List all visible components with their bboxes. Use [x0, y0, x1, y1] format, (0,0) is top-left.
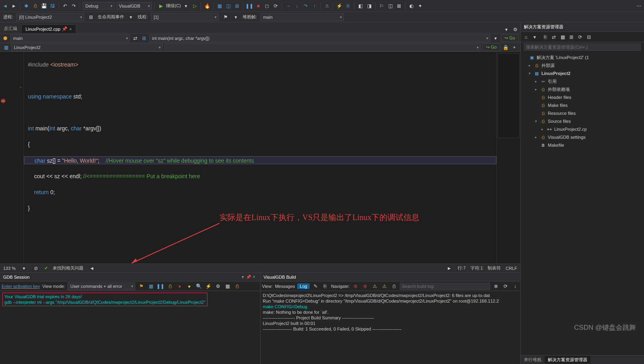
gdb-tb-a[interactable]: ⚑ [138, 283, 145, 290]
sol-tab-parallel[interactable]: 并行堆栈 [521, 356, 545, 364]
tb-icon-b[interactable]: ◫ [225, 2, 232, 10]
pause-icon[interactable]: ❚❚ [246, 2, 253, 10]
stop-icon[interactable]: ■ [255, 2, 262, 10]
build-tb-f[interactable]: ↓ [512, 283, 519, 290]
sol-sync-icon[interactable]: ⇄ [550, 33, 557, 41]
sol-tb-d[interactable]: ⊞ [568, 33, 575, 41]
gdb-tb-f[interactable]: ⚡ [205, 283, 212, 290]
sol-tb-b[interactable]: ⎘ [541, 33, 549, 41]
panel-dropdown-icon[interactable]: ▾ [240, 274, 246, 280]
tb-icon-f[interactable]: ⎘ [344, 2, 352, 10]
swap-icon[interactable]: ⇄ [132, 35, 139, 42]
thread-combo[interactable]: [1] [151, 13, 219, 21]
build-tb-d[interactable]: ⊗ [492, 283, 500, 290]
tb-icon-l[interactable]: ✦ [417, 2, 424, 10]
bc-go-button[interactable]: ↪ Go [482, 43, 500, 51]
tree-source-file[interactable]: ▸++LinuxProject2.cp [521, 125, 644, 133]
gdb-tb-b[interactable]: ▦ [147, 283, 154, 290]
func-combo[interactable]: int main(int argc, char *argv[]) [149, 34, 490, 42]
eol-indicator[interactable]: CRLF [506, 266, 517, 271]
sol-tb-c[interactable]: ▦ [559, 33, 566, 41]
build-tb-a[interactable]: ✎ [312, 283, 319, 290]
lifecycle-icon[interactable]: ⊞ [87, 14, 95, 21]
build-search-input[interactable] [400, 283, 490, 290]
platform-combo[interactable]: VisualGDB [116, 2, 152, 10]
build-tb-c[interactable]: ⎙ [390, 283, 397, 290]
nav-dropdown-icon[interactable]: ▾ [492, 35, 499, 42]
solution-tree[interactable]: ▣解决方案 'LinuxProject2' (1 ▸⎙外部源 ▾▦LinuxPr… [521, 52, 644, 355]
bc-project-combo[interactable]: LinuxProject2 [11, 43, 163, 51]
gdb-tb-h[interactable]: ⎙ [233, 283, 241, 290]
fold-icon[interactable]: ⌄ [19, 85, 22, 89]
continue-dropdown-icon[interactable]: ▾ [182, 2, 190, 10]
gdb-gear-icon[interactable]: ⚙ [214, 283, 221, 290]
nav-fwd-icon[interactable]: ► [10, 2, 18, 10]
continue-label[interactable]: 继续(C) [166, 3, 181, 9]
scope-combo[interactable]: main [10, 34, 130, 42]
line-indicator[interactable]: 行:7 [458, 265, 466, 271]
build-log-btn[interactable]: Log [297, 283, 309, 289]
health-icon[interactable]: ⊘ [32, 265, 40, 272]
scroll-right-icon[interactable]: ► [446, 265, 453, 272]
minimap[interactable] [496, 52, 520, 264]
new-icon[interactable]: ✱ [23, 2, 30, 10]
tree-source[interactable]: ▾⎙Source files [521, 117, 644, 125]
config-combo[interactable]: Debug [83, 2, 115, 10]
tree-ext-src[interactable]: ▸⎙外部源 [521, 61, 644, 69]
tree-make[interactable]: ⎙Make files [521, 101, 644, 109]
solution-search-input[interactable] [524, 43, 641, 51]
zoom-level[interactable]: 133 % [3, 266, 16, 271]
tb-icon-i[interactable]: ◫ [387, 2, 394, 10]
save-icon[interactable]: 💾 [40, 2, 47, 10]
run-nodbg-icon[interactable]: ▷ [191, 2, 198, 10]
sol-home-icon[interactable]: ⌂ [522, 33, 529, 41]
viewmode-combo[interactable]: User commands + all error [67, 282, 135, 290]
tb-icon-e[interactable]: ⚡ [336, 2, 343, 10]
build-err-icon[interactable]: ⊗ [352, 283, 359, 290]
bc-lock-icon[interactable]: 🔒 [502, 44, 509, 51]
build-err2-icon[interactable]: ⊗ [362, 283, 369, 290]
saveall-icon[interactable]: 🖫 [49, 2, 56, 10]
tree-solution-root[interactable]: ▣解决方案 'LinuxProject2' (1 [521, 53, 644, 61]
tree-headers[interactable]: ⎙Header files [521, 93, 644, 101]
gdb-tb-d[interactable]: ● [176, 283, 183, 290]
stackframe-combo[interactable]: main [260, 13, 344, 21]
scroll-left-icon[interactable]: ◄ [88, 265, 95, 272]
bc-plus-icon[interactable]: + [511, 44, 518, 51]
restart-icon[interactable]: ⟳ [272, 2, 279, 10]
build-tb-b[interactable]: ⎘ [322, 283, 329, 290]
bc-path-combo[interactable] [164, 43, 481, 51]
panel-pin-icon[interactable]: 📌 [246, 274, 251, 280]
gdb-tb-e[interactable]: ● [186, 283, 193, 290]
pin-icon[interactable]: 📌 [62, 26, 67, 31]
sol-tab-explorer[interactable]: 解决方案资源管理器 [545, 356, 591, 364]
step-into-icon[interactable]: ↓ [293, 2, 300, 10]
zoom-dropdown-icon[interactable]: ▾ [20, 265, 28, 272]
step-over-icon[interactable]: ↷ [302, 2, 309, 10]
code-content[interactable]: #include <iostream> using namespace std;… [24, 52, 496, 264]
tb-icon-j[interactable]: ⊠ [395, 2, 403, 10]
go-button[interactable]: ↪ Go [501, 34, 519, 42]
gdb-tb-g[interactable]: ▦ [224, 283, 231, 290]
tree-references[interactable]: ▸▫▫引用 [521, 77, 644, 85]
gdb-pause-icon[interactable]: ❚❚ [157, 283, 164, 290]
thread-flag-icon[interactable]: ⚑ [222, 14, 229, 21]
thread-opt-icon[interactable]: ▾ [232, 14, 239, 21]
tab-file[interactable]: LinuxProject2.cpp📌× [21, 24, 76, 33]
close-icon[interactable]: × [69, 27, 71, 31]
tb-icon-d[interactable]: ⎍ [323, 2, 330, 10]
break-all-icon[interactable]: ◻ [263, 2, 271, 10]
build-warn2-icon[interactable]: ⚠ [381, 283, 388, 290]
nav-back-icon[interactable]: ◄ [2, 2, 9, 10]
build-output[interactable]: D:\QtCodes\mwproject2\LinuxProject2 => /… [261, 291, 521, 364]
tb-icon-c[interactable]: ⊞ [233, 2, 241, 10]
bookmark-icon[interactable]: ⚐ [378, 2, 385, 10]
gdb-search-icon[interactable]: 🔍 [195, 283, 202, 290]
editor-gutter[interactable]: ➡ ⌄ [0, 52, 24, 264]
code-editor[interactable]: ➡ ⌄ #include <iostream> using namespace … [0, 52, 520, 264]
breakpoint-icon[interactable] [1, 98, 6, 103]
tb-icon-k[interactable]: ◐ [408, 2, 415, 10]
step-out-icon[interactable]: ↑ [311, 2, 318, 10]
tree-makefile[interactable]: 🗎Makefile [521, 141, 644, 149]
sol-tb-e[interactable]: ⊟ [585, 33, 593, 41]
